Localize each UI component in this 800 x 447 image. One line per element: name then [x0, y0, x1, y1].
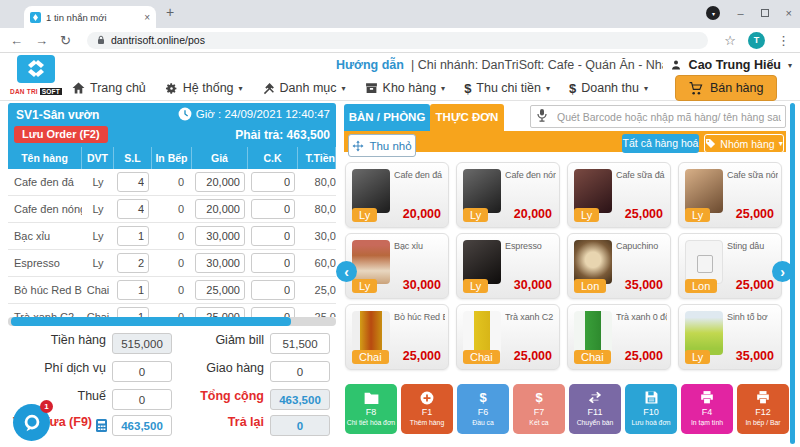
- product-card[interactable]: Trà xanh 0 độ Chai 25,000: [567, 304, 671, 370]
- bookmark-star-icon[interactable]: ☆: [724, 33, 736, 48]
- microphone-icon[interactable]: [536, 108, 548, 126]
- carousel-left-arrow[interactable]: ‹: [336, 261, 357, 282]
- product-card[interactable]: Bạc xỉu Ly 30,000: [345, 233, 449, 299]
- browser-tab[interactable]: 1 tin nhắn mới ×: [24, 6, 156, 28]
- scrollbar-thumb[interactable]: [11, 317, 291, 326]
- minimize-panel-button[interactable]: Thu nhỏ: [348, 134, 416, 157]
- tax-input[interactable]: [112, 389, 172, 410]
- product-unit-badge: Lon: [685, 279, 717, 293]
- table-row[interactable]: Cafe đen đá Ly 0 80,0: [8, 169, 336, 196]
- nav-item-ban-hang[interactable]: Bán hàng: [675, 75, 778, 101]
- table-row[interactable]: Espresso Ly 0 60,0: [8, 250, 336, 277]
- product-card[interactable]: Cafe đen nóng Ly 20,000: [456, 162, 560, 228]
- product-card[interactable]: Sinh tố bơ Ly 35,000: [678, 304, 782, 370]
- product-card[interactable]: Cafe sữa đá Ly 25,000: [567, 162, 671, 228]
- reload-icon[interactable]: ↻: [60, 33, 71, 48]
- product-card[interactable]: Bò húc Red Bull Chai 25,000: [345, 304, 449, 370]
- tab-thuc-don[interactable]: THỰC ĐƠN: [430, 104, 504, 131]
- qty-input[interactable]: [117, 199, 149, 219]
- chevron-down-icon[interactable]: ▾: [788, 61, 792, 70]
- product-card[interactable]: Cafe đen đá Ly 20,000: [345, 162, 449, 228]
- group-filter-button[interactable]: Nhóm hàng ▾: [704, 134, 784, 153]
- price-input[interactable]: [195, 226, 245, 246]
- user-menu[interactable]: Cao Trung Hiếu: [689, 58, 781, 72]
- discount-input[interactable]: [251, 199, 295, 219]
- table-row[interactable]: Bạc xỉu Ly 0 30,0: [8, 223, 336, 250]
- forward-icon[interactable]: →: [35, 33, 48, 48]
- discount-input[interactable]: [251, 280, 295, 300]
- order-panel: SV1-Sân vườn Giờ : 24/09/2021 12:40:47 L…: [8, 103, 336, 444]
- price-input[interactable]: [195, 253, 245, 273]
- product-name: Cafe đen nóng: [505, 170, 556, 180]
- horizontal-scrollbar[interactable]: [8, 317, 336, 326]
- product-name: Bạc xỉu: [394, 241, 445, 251]
- product-card[interactable]: Espresso Ly 30,000: [456, 233, 560, 299]
- calculator-icon[interactable]: [96, 419, 107, 434]
- nav-item-thu-chi-tien[interactable]: $ Thu chi tiền ▾: [464, 81, 550, 96]
- discount-input[interactable]: [251, 307, 295, 317]
- action-button-f1[interactable]: F1 Thêm hàng: [401, 384, 453, 434]
- help-link[interactable]: Hướng dẫn: [336, 58, 404, 72]
- discount-bill-input[interactable]: [270, 333, 330, 354]
- qty-input[interactable]: [117, 307, 149, 317]
- item-name: Espresso: [8, 257, 82, 269]
- product-unit-badge: Lon: [574, 279, 606, 293]
- nav-item-trang-chu[interactable]: Trang chủ: [72, 81, 146, 95]
- action-button-f11[interactable]: F11 Chuyển bàn: [569, 384, 621, 434]
- browser-avatar[interactable]: T: [748, 32, 765, 49]
- action-button-f6[interactable]: $ F6 Đầu ca: [457, 384, 509, 434]
- browser-menu-icon[interactable]: ⋮: [777, 33, 790, 48]
- new-tab-icon[interactable]: +: [166, 4, 174, 20]
- table-name: SV1-Sân vườn: [16, 108, 99, 122]
- product-card[interactable]: Cafe sữa nóng Ly 25,000: [678, 162, 782, 228]
- qty-input[interactable]: [117, 172, 149, 192]
- tab-ban-phong[interactable]: BÀN / PHÒNG: [344, 104, 430, 131]
- qty-input[interactable]: [117, 253, 149, 273]
- search-input[interactable]: [530, 105, 786, 128]
- qty-input[interactable]: [117, 226, 149, 246]
- action-label: Kết ca: [529, 419, 548, 426]
- table-row[interactable]: Bò húc Red Bull Chai 0 25,0: [8, 277, 336, 304]
- qty-input[interactable]: [117, 280, 149, 300]
- product-card[interactable]: Capuchino Lon 35,000: [567, 233, 671, 299]
- tab-close-icon[interactable]: ×: [144, 12, 150, 23]
- price-input[interactable]: [195, 199, 245, 219]
- table-row[interactable]: Cafe đen nóng Ly 0 80,0: [8, 196, 336, 223]
- product-unit-badge: Chai: [463, 350, 500, 364]
- all-items-button[interactable]: Tất cả hàng hoá: [622, 134, 699, 153]
- price-input[interactable]: [195, 172, 245, 192]
- nav-item-doanh-thu[interactable]: $ Doanh thu ▾: [569, 81, 648, 96]
- tendered-input[interactable]: [112, 415, 172, 436]
- chat-widget[interactable]: 1: [13, 404, 50, 441]
- product-card[interactable]: Sting dâu Lon 25,000: [678, 233, 782, 299]
- product-price: 30,000: [403, 278, 441, 292]
- action-button-f4[interactable]: F4 In tạm tính: [681, 384, 733, 434]
- carousel-right-arrow[interactable]: ›: [772, 261, 793, 282]
- nav-item-kho-hang[interactable]: Kho hàng ▾: [365, 81, 446, 95]
- discount-input[interactable]: [251, 253, 295, 273]
- save-order-button[interactable]: Lưu Order (F2): [14, 126, 108, 143]
- discount-input[interactable]: [251, 172, 295, 192]
- delivery-input[interactable]: [270, 361, 330, 382]
- media-control-icon[interactable]: ▾: [706, 6, 720, 20]
- product-card[interactable]: Trà xanh C2 Chai 25,000: [456, 304, 560, 370]
- minimize-icon[interactable]: –: [737, 7, 743, 19]
- action-button-f7[interactable]: $ F7 Kết ca: [513, 384, 565, 434]
- address-bar[interactable]: dantrisoft.online/pos: [87, 32, 708, 49]
- table-row[interactable]: Trà xanh C2 Chai 0 25,0: [8, 304, 336, 317]
- price-cell: [192, 199, 248, 219]
- nav-item-danh-muc[interactable]: Danh mục ▾: [262, 81, 346, 95]
- window-close-icon[interactable]: ×: [786, 7, 792, 19]
- discount-input[interactable]: [251, 226, 295, 246]
- price-input[interactable]: [195, 280, 245, 300]
- dollar-icon: $: [479, 390, 486, 405]
- product-image: [463, 169, 501, 213]
- price-input[interactable]: [195, 307, 245, 317]
- maximize-icon[interactable]: [761, 9, 769, 17]
- action-button-f10[interactable]: F10 Lưu hoá đơn: [625, 384, 677, 434]
- action-button-f12[interactable]: F12 In bếp / Bar: [737, 384, 789, 434]
- action-button-f8[interactable]: F8 Chi tiết hóa đơn: [345, 384, 397, 434]
- service-fee-input[interactable]: [112, 361, 172, 382]
- back-icon[interactable]: ←: [10, 33, 23, 48]
- nav-item-he-thong[interactable]: Hệ thống ▾: [165, 81, 243, 95]
